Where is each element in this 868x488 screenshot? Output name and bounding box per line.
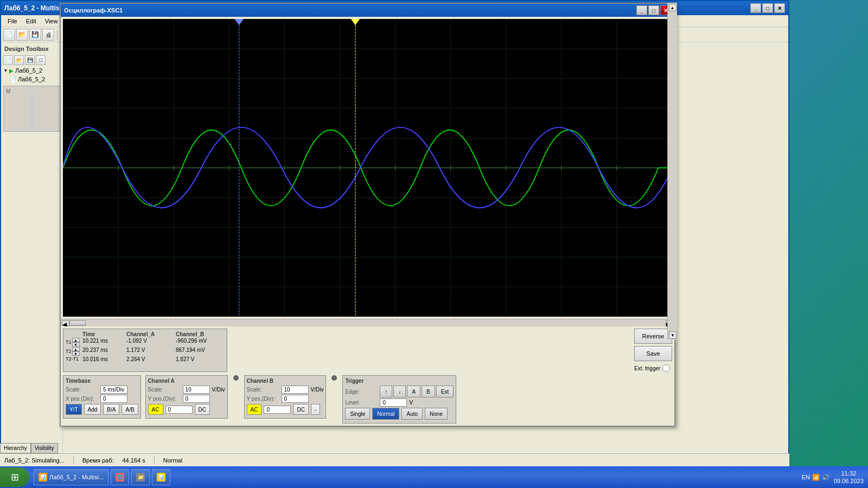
cha-coupling-val: 0 — [165, 406, 193, 414]
taskbar-item-2[interactable]: 📁 — [131, 469, 150, 485]
sidebar-toolbar: 📄 📂 💾 □ — [1, 54, 62, 66]
scroll-thumb[interactable] — [69, 320, 86, 326]
oscill-h-scrollbar[interactable]: ◀ ▶ — [61, 319, 674, 326]
timebase-ab-btn[interactable]: A/B — [122, 404, 138, 415]
trigger-title: Trigger — [345, 378, 454, 384]
t2t1-cha: 2.264 V — [126, 356, 175, 362]
taskbar-item-0[interactable]: 📊 Лаб6_5_2 - Multisi... — [34, 469, 108, 485]
save-button[interactable]: Save — [634, 346, 672, 361]
controls-row: Timebase Scale: 5 ms/Div X pos.(Div): 0 … — [63, 375, 672, 423]
right-buttons: Reverse Save Ext. trigger — [634, 329, 672, 372]
channel-a-group: Channel A Scale: 10 V/Div Y pos.(Div): 0… — [145, 375, 228, 419]
taskbar-icon-3: 📊 — [157, 473, 165, 481]
reverse-button[interactable]: Reverse — [634, 329, 672, 344]
ext-trigger-label: Ext. trigger — [634, 365, 660, 371]
toolbar-new[interactable]: 📄 — [3, 29, 15, 41]
chb-dc-btn[interactable]: DC — [293, 404, 308, 415]
trigger-edge-label: Edge: — [345, 389, 378, 395]
trigger-single-btn[interactable]: Single — [345, 408, 370, 420]
taskbar-sys-icons: EN 📶 🔊 — [802, 474, 829, 481]
trigger-mode-row: Single Normal Auto None — [345, 408, 454, 420]
trigger-falling-btn[interactable]: ↓ — [393, 386, 406, 397]
chb-ypos-value: 0 — [282, 395, 309, 403]
oscill-grid — [63, 19, 672, 317]
taskbar-icon-2: 📁 — [136, 473, 145, 481]
timebase-add-btn[interactable]: Add — [84, 404, 101, 415]
tree-icon-file: 📄 — [10, 76, 16, 82]
trigger-normal-btn[interactable]: Normal — [372, 408, 399, 420]
sidebar-open-btn[interactable]: 📂 — [14, 55, 24, 65]
taskbar-item-3[interactable]: 📊 — [152, 469, 170, 485]
hierarchy-tab[interactable]: Hierarchy — [0, 443, 31, 453]
sidebar-max-btn[interactable]: □ — [36, 55, 46, 65]
taskbar-date: 09.06.2023 — [834, 477, 864, 485]
chb-coupling-val: 0 — [264, 406, 291, 414]
chb-ac-btn[interactable]: AC — [247, 404, 262, 415]
sep-dot — [233, 375, 239, 381]
hierarchy-visibility-tabs: Hierarchy Visibility — [0, 443, 62, 453]
oscill-maximize[interactable]: □ — [648, 5, 659, 15]
cha-dc-btn[interactable]: DC — [195, 404, 210, 415]
tree-root[interactable]: ▼ ▶ Лаб6_5_2 — [1, 66, 62, 75]
trigger-a-btn[interactable]: A — [407, 386, 420, 397]
menu-edit[interactable]: Edit — [22, 17, 41, 25]
tree-root-label: Лаб6_5_2 — [15, 67, 42, 74]
maximize-button[interactable]: □ — [762, 3, 773, 13]
close-button[interactable]: ✕ — [774, 3, 785, 13]
toolbar-open[interactable]: 📂 — [16, 29, 28, 41]
cha-coupling-row: AC 0 DC — [148, 404, 225, 415]
tree-icon-root: ▶ — [9, 68, 14, 74]
ext-trigger-checkbox[interactable] — [662, 364, 670, 372]
oscill-minimize[interactable]: _ — [636, 5, 647, 15]
taskbar-items: 📊 Лаб6_5_2 - Multisi... 🌐 📁 📊 — [31, 469, 797, 485]
cha-chb-sep — [232, 375, 240, 381]
t2-time: 20.237 ms — [82, 347, 126, 356]
status-bar: Лаб_5_2: Simulating... Время раб: 44.164… — [0, 453, 789, 466]
toolbar-print[interactable]: 🖨 — [42, 29, 54, 41]
toolbar-save[interactable]: 💾 — [29, 29, 41, 41]
t2-down-btn[interactable]: ▼ — [72, 351, 80, 356]
trigger-b-btn[interactable]: B — [422, 386, 435, 397]
timebase-title: Timebase — [66, 378, 138, 384]
chb-minus-btn[interactable]: - — [311, 404, 320, 415]
tree-child-label: Лаб6_5_2 — [18, 76, 45, 82]
scroll-left-btn[interactable]: ◀ — [62, 320, 69, 326]
cha-ypos-row: Y pos.(Div): 0 — [148, 395, 225, 403]
taskbar-item-1[interactable]: 🌐 — [111, 469, 129, 485]
sidebar-new-btn[interactable]: 📄 — [3, 55, 13, 65]
trigger-auto-btn[interactable]: Auto — [401, 408, 423, 420]
t2-up-btn[interactable]: ▲ — [72, 347, 80, 351]
oscill-v-scrollbar[interactable]: ▲ ▼ — [667, 3, 677, 340]
minimize-button[interactable]: _ — [750, 3, 761, 13]
chb-coupling-row: AC 0 DC - — [247, 404, 324, 415]
sidebar-save-btn[interactable]: 💾 — [25, 55, 35, 65]
taskbar-icon-0: 📊 — [39, 473, 47, 481]
oscill-scroll-down[interactable]: ▼ — [669, 331, 676, 339]
trigger-none-btn[interactable]: None — [425, 408, 448, 420]
timebase-yt-btn[interactable]: Y/T — [66, 404, 82, 415]
menu-file[interactable]: File — [3, 17, 22, 25]
oscill-scroll-up[interactable]: ▲ — [669, 4, 676, 11]
start-button[interactable]: ⊞ — [0, 467, 29, 487]
visibility-tab[interactable]: Visibility — [31, 443, 58, 453]
oscilloscope-window: Осциллограф-XSC1 _ □ ✕ — [60, 3, 675, 427]
meas-hdr-cha: Channel_A — [126, 331, 175, 337]
t1-up-btn[interactable]: ▲ — [72, 338, 80, 342]
status-time-label: Время раб: — [82, 457, 114, 464]
t2t1-time: 10.016 ms — [82, 356, 126, 362]
t2-controls: T2 ▲ ▼ — [66, 347, 82, 356]
t2-chb: 867.194 mV — [176, 347, 225, 356]
timebase-ba-btn[interactable]: B/A — [103, 404, 119, 415]
trigger-level-row: Level: 0 V — [345, 399, 454, 407]
tree-child[interactable]: 📄 Лаб6_5_2 — [8, 75, 62, 84]
trigger-ext-btn[interactable]: Ext — [436, 386, 454, 397]
taskbar-icon-1: 🌐 — [116, 473, 124, 481]
menu-view[interactable]: View — [41, 17, 62, 25]
taskbar-time: 11:32 — [834, 470, 864, 477]
t1-down-btn[interactable]: ▼ — [72, 342, 80, 346]
trigger-rising-btn[interactable]: ↑ — [380, 386, 392, 397]
cha-ypos-label: Y pos.(Div): — [148, 396, 181, 402]
cha-ac-btn[interactable]: AC — [148, 404, 163, 415]
timebase-btns-row: Y/T Add B/A A/B — [66, 404, 138, 415]
taskbar-lang: EN — [802, 474, 810, 480]
